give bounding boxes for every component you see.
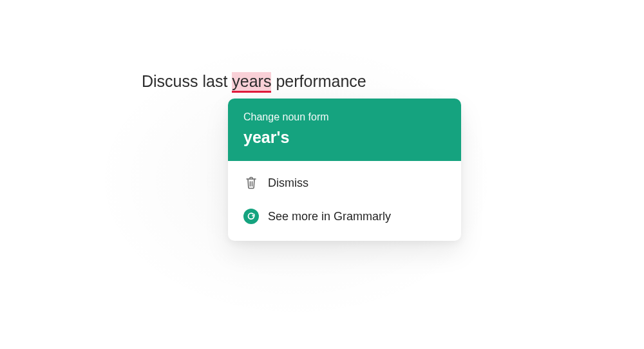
dismiss-button[interactable]: Dismiss <box>228 166 461 200</box>
text-before: Discuss last <box>142 72 232 90</box>
popup-body: Dismiss See more in Grammarly <box>228 161 461 241</box>
suggestion-header[interactable]: Change noun form year's <box>228 99 461 161</box>
suggestion-text: year's <box>243 128 446 147</box>
see-more-label: See more in Grammarly <box>268 210 391 223</box>
see-more-button[interactable]: See more in Grammarly <box>228 200 461 233</box>
error-highlight[interactable]: years <box>232 72 271 93</box>
suggestion-type-label: Change noun form <box>243 111 446 123</box>
suggestion-popup: Change noun form year's Dismiss <box>228 99 461 241</box>
text-after: performance <box>271 72 366 90</box>
editor-text[interactable]: Discuss last years performance <box>142 72 366 91</box>
grammarly-icon <box>243 209 259 224</box>
dismiss-label: Dismiss <box>268 176 308 190</box>
trash-icon <box>243 175 259 191</box>
